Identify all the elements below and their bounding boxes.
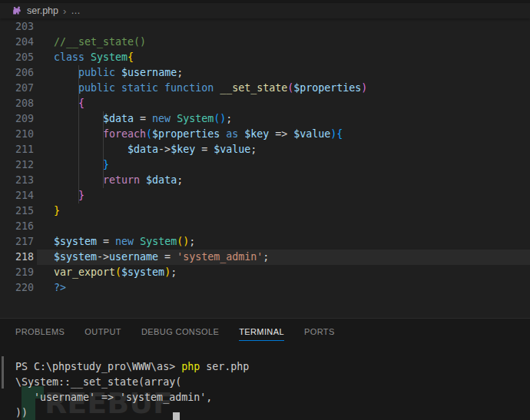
code-line[interactable]: 212 } [0, 157, 530, 173]
line-number[interactable]: 203 [0, 19, 34, 35]
line-number[interactable]: 220 [0, 280, 34, 296]
panel-tab-problems[interactable]: PROBLEMS [15, 324, 65, 341]
line-number[interactable]: 212 [0, 157, 34, 173]
code-line[interactable]: 216 [0, 219, 530, 234]
code-text: } [34, 157, 109, 173]
terminal-line: \System::__set_state(array( [15, 375, 530, 390]
terminal-line: 'username' => 'system_admin', [15, 390, 530, 405]
php-file-icon [12, 5, 22, 16]
terminal-cursor [173, 412, 180, 420]
code-line[interactable]: 213 return $data; [0, 173, 530, 188]
breadcrumb-file[interactable]: ser.php [27, 5, 58, 16]
panel-tab-debug-console[interactable]: DEBUG CONSOLE [141, 324, 219, 341]
breadcrumb-symbols[interactable]: … [71, 5, 81, 16]
code-line[interactable]: 208 { [0, 96, 530, 111]
code-line[interactable]: 203 [0, 19, 530, 35]
code-text: $system = new System(); [34, 234, 195, 250]
code-editor[interactable]: 203204//__set_state()205class System{206… [0, 18, 530, 318]
code-line[interactable]: 220?> [0, 280, 530, 296]
indent-guide [103, 111, 104, 188]
code-text: //__set_state() [34, 35, 146, 50]
code-line[interactable]: 219var_export($system); [0, 265, 530, 280]
code-line[interactable]: 218$system->username = 'system_admin'; [0, 250, 530, 265]
code-line[interactable]: 214 } [0, 188, 530, 203]
code-text [34, 219, 54, 234]
code-text: $data->$key = $value; [34, 142, 257, 157]
line-number[interactable]: 208 [0, 96, 34, 111]
code-line[interactable]: 217$system = new System(); [0, 234, 530, 250]
code-text: public $username; [34, 65, 183, 81]
code-text: ?> [34, 280, 66, 296]
code-text: public static function __set_state($prop… [34, 81, 367, 96]
panel-tab-bar: PROBLEMSOUTPUTDEBUG CONSOLETERMINALPORTS [0, 319, 530, 346]
code-text: foreach($properties as $key => $value){ [34, 127, 343, 142]
code-lines: 203204//__set_state()205class System{206… [0, 19, 530, 296]
code-line[interactable]: 210 foreach($properties as $key => $valu… [0, 127, 530, 142]
code-line[interactable]: 211 $data->$key = $value; [0, 142, 530, 157]
terminal-line: PS C:\phpstudy_pro\WWW\as> php ser.php [15, 359, 530, 375]
code-text: return $data; [34, 173, 183, 188]
line-number[interactable]: 217 [0, 234, 34, 250]
line-number[interactable]: 206 [0, 65, 34, 81]
line-number[interactable]: 215 [0, 203, 34, 219]
line-number[interactable]: 216 [0, 219, 34, 234]
breadcrumb: ser.php › … [0, 3, 530, 18]
panel-tab-terminal[interactable]: TERMINAL [239, 324, 284, 341]
line-number[interactable]: 214 [0, 188, 34, 203]
line-number[interactable]: 210 [0, 127, 34, 142]
code-text: } [34, 203, 60, 219]
panel-tab-output[interactable]: OUTPUT [84, 324, 121, 341]
terminal-output: PS C:\phpstudy_pro\WWW\as> php ser.php\S… [15, 359, 530, 420]
panel-tab-ports[interactable]: PORTS [304, 324, 335, 341]
line-number[interactable]: 211 [0, 142, 34, 157]
code-line[interactable]: 207 public static function __set_state($… [0, 81, 530, 96]
line-number[interactable]: 204 [0, 35, 34, 50]
line-number[interactable]: 207 [0, 81, 34, 96]
terminal[interactable]: REEBUF PS C:\phpstudy_pro\WWW\as> php se… [0, 346, 530, 420]
line-number[interactable]: 218 [0, 250, 34, 265]
chevron-right-icon: › [63, 6, 66, 16]
bottom-panel: PROBLEMSOUTPUTDEBUG CONSOLETERMINALPORTS… [0, 318, 530, 420]
code-line[interactable]: 206 public $username; [0, 65, 530, 81]
line-number[interactable]: 219 [0, 265, 34, 280]
terminal-line: )) [15, 405, 530, 420]
line-number[interactable]: 205 [0, 50, 34, 65]
code-line[interactable]: 215} [0, 203, 530, 219]
code-text: { [34, 96, 84, 111]
code-text [34, 19, 54, 35]
code-line[interactable]: 209 $data = new System(); [0, 111, 530, 127]
terminal-scrollbar[interactable] [2, 356, 4, 389]
code-text: class System{ [34, 50, 134, 65]
line-number[interactable]: 213 [0, 173, 34, 188]
code-line[interactable]: 205class System{ [0, 50, 530, 65]
code-text: } [34, 188, 84, 203]
vscode-window: ser.php › … 203204//__set_state()205clas… [0, 0, 530, 420]
code-text: var_export($system); [34, 265, 177, 280]
code-text: $data = new System(); [34, 111, 232, 127]
indent-guide [78, 65, 79, 203]
line-number[interactable]: 209 [0, 111, 34, 127]
code-text: $system->username = 'system_admin'; [34, 250, 269, 265]
code-line[interactable]: 204//__set_state() [0, 35, 530, 50]
